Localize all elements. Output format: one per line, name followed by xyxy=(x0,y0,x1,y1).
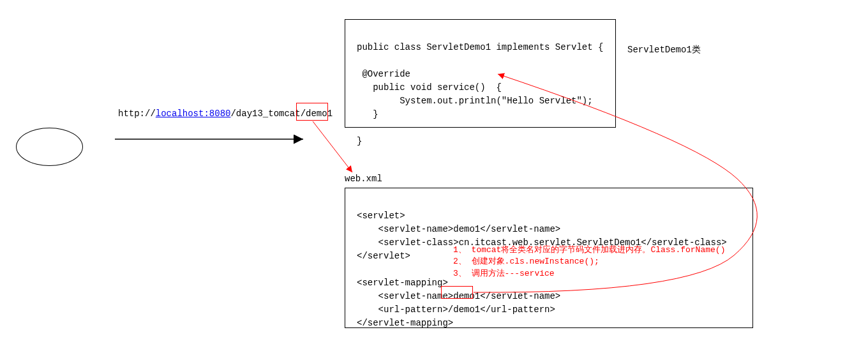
servlet-class-label: ServletDemo1类 xyxy=(627,44,701,56)
annotation-l3: 3、 调用方法---service xyxy=(453,269,555,278)
url-hostport: localhost:8080 xyxy=(156,109,231,119)
code-top-l8: } xyxy=(357,136,362,146)
code-bot-l9: </servlet-mapping> xyxy=(357,318,453,328)
code-bot-l6: <servlet-mapping> xyxy=(357,278,448,288)
code-top-l5: System.out.println("Hello Servlet"); xyxy=(357,96,593,106)
code-top-l4: public void service() { xyxy=(357,82,502,93)
code-bot-l4: </servlet> xyxy=(357,251,410,261)
annotation-l2: 2、 创建对象.cls.newInstance(); xyxy=(453,257,599,266)
webxml-label: web.xml xyxy=(345,174,382,184)
annotation-l1: 1、 tomcat将全类名对应的字节码文件加载进内存。Class.forName… xyxy=(453,245,725,255)
red-annotation: 1、 tomcat将全类名对应的字节码文件加载进内存。Class.forName… xyxy=(453,233,725,280)
code-bot-l8: <url-pattern>/demo1</url-pattern> xyxy=(357,304,555,315)
url-path1: /day13_tomcat xyxy=(230,109,300,119)
url-pattern-demo1-highlight xyxy=(441,286,473,299)
url-to-webxml-arrow xyxy=(313,121,352,172)
servlet-class-code: public class ServletDemo1 implements Ser… xyxy=(345,19,616,128)
url-demo1-highlight xyxy=(296,103,328,121)
url-prefix: http:// xyxy=(118,109,156,119)
client-ellipse xyxy=(16,128,83,166)
code-top-l6: } xyxy=(357,109,378,119)
code-top-l1: public class ServletDemo1 implements Ser… xyxy=(357,42,603,52)
code-top-l3: @Override xyxy=(357,69,410,79)
code-bot-l1: <servlet> xyxy=(357,211,405,221)
